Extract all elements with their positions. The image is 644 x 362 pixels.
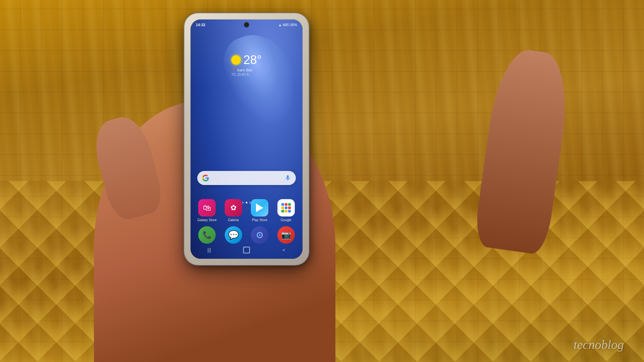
wallpaper-splash: [215, 24, 303, 135]
galeria-icon: ✿: [225, 199, 242, 217]
page-dot-1: [242, 202, 244, 203]
google-icon: [277, 199, 295, 217]
flower-icon: ✿: [230, 203, 236, 212]
weather-sun-icon: [231, 55, 241, 65]
phone-screen: 14:32 ▲ WiFi 80% 28° 📍 Itaim Bibi 7/1 10…: [191, 19, 303, 259]
samsung-internet-icon: ⊙: [251, 226, 268, 244]
messages-icon: 💬: [225, 226, 242, 244]
wifi-icon: WiFi: [283, 23, 289, 27]
signal-icon: ▲: [278, 23, 282, 27]
location-pin-icon: 📍: [231, 68, 236, 72]
weather-temperature: 28°: [231, 53, 262, 67]
app-item-google[interactable]: Google: [275, 199, 298, 222]
dock-item-phone[interactable]: 📞: [196, 226, 219, 244]
galaxy-store-icon: 🛍: [198, 199, 216, 217]
page-dot-2: [246, 202, 248, 203]
navigation-bar: ||| <: [191, 244, 303, 256]
google-logo: [202, 174, 209, 182]
dock-item-samsung-internet[interactable]: ⊙: [248, 226, 271, 244]
samsung-s-shape: ⊙: [256, 230, 263, 240]
status-right: ▲ WiFi 80%: [278, 23, 297, 27]
play-triangle-icon: [256, 203, 263, 212]
refresh-icon: ↻: [247, 73, 249, 76]
app-item-galaxy-store[interactable]: 🛍 Galaxy Store: [196, 199, 219, 222]
home-button[interactable]: [240, 246, 253, 254]
home-icon: [243, 247, 250, 253]
search-bar[interactable]: [197, 171, 296, 185]
play-store-icon: [251, 199, 268, 217]
camera-icon: 📷: [277, 226, 295, 244]
dock: 📞 💬 ⊙ 📷: [196, 226, 298, 244]
back-button[interactable]: <: [278, 246, 290, 254]
google-label: Google: [281, 218, 291, 222]
google-grid-icon: [281, 203, 291, 213]
phone: 14:32 ▲ WiFi 80% 28° 📍 Itaim Bibi 7/1 10…: [184, 13, 309, 265]
weather-date: 7/1 10:43 ↻: [231, 73, 262, 76]
phone-icon: 📞: [198, 226, 216, 244]
battery: 80%: [290, 23, 297, 27]
dock-item-camera[interactable]: 📷: [275, 226, 298, 244]
camera-hole: [245, 23, 249, 27]
dock-item-messages[interactable]: 💬: [222, 226, 245, 244]
galaxy-store-label: Galaxy Store: [197, 218, 217, 222]
app-item-galeria[interactable]: ✿ Galeria: [222, 199, 245, 222]
play-store-label: Play Store: [252, 218, 267, 222]
status-time: 14:32: [196, 23, 205, 27]
galeria-label: Galeria: [228, 218, 239, 222]
weather-location: 📍 Itaim Bibi: [231, 68, 262, 72]
watermark-text: tecnoblog: [574, 338, 624, 352]
page-dot-3: [250, 202, 251, 203]
watermark: tecnoblog: [574, 337, 624, 352]
mic-icon[interactable]: [284, 175, 291, 181]
page-indicators: [242, 202, 251, 203]
recent-apps-button[interactable]: |||: [203, 246, 215, 254]
app-item-play-store[interactable]: Play Store: [248, 199, 271, 222]
weather-widget: 28° 📍 Itaim Bibi 7/1 10:43 ↻: [231, 53, 262, 76]
